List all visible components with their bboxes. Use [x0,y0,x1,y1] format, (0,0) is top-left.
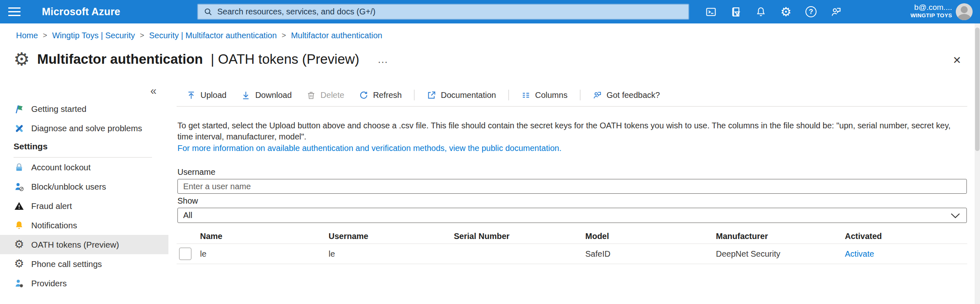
info-text: To get started, select the Upload button… [177,120,962,154]
delete-icon [306,91,316,100]
toolbar-separator [414,90,414,100]
sidebar-item-oath-tokens[interactable]: ⚙ OATH tokens (Preview) [0,235,168,254]
provider-user-icon [14,278,25,289]
got-feedback-label: Got feedback? [607,91,660,100]
sidebar-item-notifications[interactable]: Notifications [0,216,168,235]
cell-model: SafeID [585,249,610,259]
breadcrumb-separator: > [282,31,286,40]
column-header-name[interactable]: Name [200,232,222,241]
sidebar-menu: Getting started Diagnose and solve probl… [0,99,168,293]
account-info[interactable]: b@.com.... WINGTIP TOYS [911,3,952,19]
sidebar-settings-header: Settings [0,138,168,157]
feedback-icon [593,91,602,100]
page-title-main: Multifactor authentication [37,51,202,67]
columns-icon [521,91,531,100]
topbar-icons: ⚙ ? [698,3,849,20]
account-email: b@.com.... [911,3,952,12]
directory-filter-icon[interactable] [723,3,748,20]
cell-username: le [329,249,335,259]
sidebar-item-providers[interactable]: Providers [0,274,168,293]
toolbar-separator [580,90,580,100]
sidebar-item-getting-started[interactable]: Getting started [0,99,168,118]
show-dropdown[interactable]: All [177,208,967,223]
sidebar-item-label: Notifications [31,220,77,230]
cell-manufacturer: DeepNet Security [716,249,780,259]
refresh-label: Refresh [373,91,402,100]
sidebar-item-block-unblock-users[interactable]: Block/unblock users [0,177,168,196]
breadcrumb-mfa-security[interactable]: Security | Multifactor authentication [149,31,277,40]
documentation-link[interactable]: For more information on available authen… [177,143,561,154]
columns-button[interactable]: Columns [515,87,573,103]
gear-icon: ⚙ [14,258,25,269]
breadcrumb-home[interactable]: Home [16,31,38,40]
help-icon[interactable]: ? [798,3,824,20]
sidebar-item-label: Phone call settings [31,259,102,269]
columns-label: Columns [535,91,568,100]
sidebar-item-label: Getting started [31,104,86,114]
upload-button[interactable]: Upload [181,87,232,103]
breadcrumb-separator: > [43,31,47,40]
upload-icon [186,91,196,100]
page-scrollbar[interactable] [975,23,980,304]
notifications-bell-icon[interactable] [748,3,773,20]
sidebar-item-label: Block/unblock users [31,182,106,192]
more-options-icon[interactable]: … [377,53,389,66]
sidebar-item-label: Fraud alert [31,201,72,211]
upload-label: Upload [200,91,226,100]
cloud-shell-icon[interactable] [698,3,723,20]
delete-label: Delete [320,91,344,100]
username-input[interactable] [177,179,967,194]
feedback-icon[interactable] [824,3,849,20]
brand-title[interactable]: Microsoft Azure [42,6,120,18]
sidebar-item-diagnose[interactable]: Diagnose and solve problems [0,118,168,138]
sidebar-item-fraud-alert[interactable]: Fraud alert [0,196,168,216]
activate-link[interactable]: Activate [845,249,874,259]
got-feedback-button[interactable]: Got feedback? [587,87,666,103]
column-header-activated[interactable]: Activated [845,232,882,241]
sidebar-collapse-icon[interactable]: « [150,86,156,97]
global-search[interactable] [197,4,689,20]
column-header-username[interactable]: Username [329,232,368,241]
column-header-manufacturer[interactable]: Manufacturer [716,232,768,241]
sidebar-item-label: Account lockout [31,162,91,172]
close-icon[interactable]: ✕ [950,53,964,67]
page-gear-icon: ⚙ [14,50,30,68]
sidebar-item-label: Providers [31,278,67,288]
column-header-model[interactable]: Model [585,232,609,241]
settings-gear-icon[interactable]: ⚙ [773,3,798,20]
sidebar-item-label: OATH tokens (Preview) [31,240,119,250]
show-dropdown-value: All [183,211,192,220]
info-body: To get started, select the Upload button… [177,121,950,141]
download-button[interactable]: Download [235,87,297,103]
search-input[interactable] [217,7,683,16]
warning-icon [14,200,25,211]
sidebar-item-phone-call-settings[interactable]: ⚙ Phone call settings [0,254,168,274]
external-link-icon [427,91,436,100]
cell-name: le [200,249,207,259]
breadcrumb-security[interactable]: Wingtip Toys | Security [52,31,135,40]
search-icon [204,7,212,16]
command-bar: Upload Download Delete [177,84,967,107]
refresh-button[interactable]: Refresh [353,87,407,103]
breadcrumb-mfa[interactable]: Multifactor authentication [291,31,382,40]
bell-icon [14,220,25,231]
avatar[interactable] [956,3,973,20]
table-header: Name Username Serial Number Model Manufa… [177,229,967,244]
documentation-button[interactable]: Documentation [421,87,502,103]
download-icon [241,91,251,100]
delete-button[interactable]: Delete [301,87,350,103]
row-checkbox[interactable] [179,248,191,260]
hamburger-menu-icon[interactable] [8,6,21,17]
tools-icon [14,123,25,134]
download-label: Download [255,91,292,100]
sidebar-item-account-lockout[interactable]: Account lockout [0,158,168,177]
refresh-icon [359,91,368,100]
azure-top-bar: Microsoft Azure [0,0,980,23]
table-row[interactable]: le le SafeID DeepNet Security Activate [177,244,967,264]
account-tenant: WINGTIP TOYS [911,12,952,19]
breadcrumb: Home > Wingtip Toys | Security > Securit… [16,31,382,40]
scrollbar-thumb[interactable] [975,28,980,151]
gear-icon: ⚙ [14,239,25,250]
show-label: Show [177,196,198,206]
column-header-serial-number[interactable]: Serial Number [454,232,510,241]
